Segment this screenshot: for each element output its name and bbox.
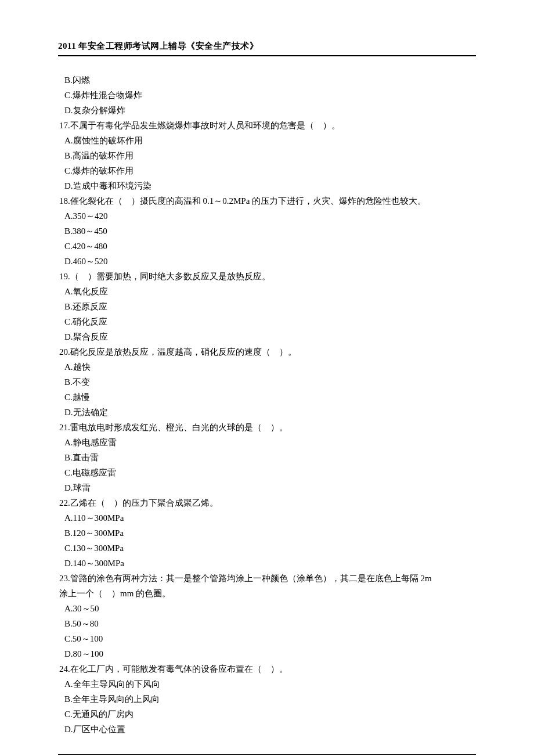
document-page: 2011 年安全工程师考试网上辅导《安全生产技术》 B.闪燃C.爆炸性混合物爆炸…: [0, 0, 534, 756]
option-line: C.越慢: [58, 390, 476, 405]
option-line: D.球雷: [58, 480, 476, 495]
option-line: C.硝化反应: [58, 314, 476, 329]
option-line: D.厂区中心位置: [58, 722, 476, 737]
option-line: A.越快: [58, 359, 476, 375]
option-line: D.无法确定: [58, 405, 476, 420]
option-line: C.电磁感应雷: [58, 465, 476, 480]
option-line: D.80～100: [58, 646, 476, 661]
option-line: A.氧化反应: [58, 284, 476, 299]
option-line: B.还原反应: [58, 299, 476, 314]
page-header: 2011 年安全工程师考试网上辅导《安全生产技术》: [58, 41, 476, 56]
question-line: 涂上一个（ ）mm 的色圈。: [58, 586, 476, 601]
option-line: D.复杂分解爆炸: [58, 103, 476, 118]
question-line: 18.催化裂化在（ ）摄氏度的高温和 0.1～0.2MPa 的压力下进行，火灾、…: [58, 193, 476, 208]
option-line: B.50～80: [58, 616, 476, 631]
option-line: B.闪燃: [58, 73, 476, 88]
option-line: D.聚合反应: [58, 329, 476, 344]
question-line: 17.不属于有毒化学品发生燃烧爆炸事故时对人员和环境的危害是（ ）。: [58, 118, 476, 133]
option-line: C.420～480: [58, 239, 476, 254]
question-content: B.闪燃C.爆炸性混合物爆炸D.复杂分解爆炸17.不属于有毒化学品发生燃烧爆炸事…: [58, 73, 476, 737]
option-line: B.不变: [58, 375, 476, 390]
option-line: B.全年主导风向的上风向: [58, 692, 476, 707]
option-line: B.380～450: [58, 224, 476, 239]
option-line: D.140～300MPa: [58, 556, 476, 571]
option-line: C.50～100: [58, 631, 476, 646]
option-line: D.460～520: [58, 254, 476, 269]
option-line: C.爆炸的破坏作用: [58, 163, 476, 178]
option-line: A.静电感应雷: [58, 435, 476, 450]
question-line: 23.管路的涂色有两种方法：其一是整个管路均涂上一种颜色（涂单色），其二是在底色…: [58, 571, 476, 586]
option-line: B.高温的破坏作用: [58, 148, 476, 163]
option-line: A.全年主导风向的下风向: [58, 676, 476, 692]
question-line: 19.（ ）需要加热，同时绝大多数反应又是放热反应。: [58, 269, 476, 284]
option-line: A.350～420: [58, 208, 476, 224]
question-line: 21.雷电放电时形成发红光、橙光、白光的火球的是（ ）。: [58, 420, 476, 435]
option-line: B.120～300MPa: [58, 525, 476, 541]
option-line: C.爆炸性混合物爆炸: [58, 88, 476, 103]
option-line: C.130～300MPa: [58, 541, 476, 556]
question-line: 24.在化工厂内，可能散发有毒气体的设备应布置在（ ）。: [58, 661, 476, 676]
option-line: C.无通风的厂房内: [58, 707, 476, 722]
option-line: D.造成中毒和环境污染: [58, 178, 476, 193]
question-line: 22.乙烯在（ ）的压力下聚合成聚乙烯。: [58, 495, 476, 510]
option-line: B.直击雷: [58, 450, 476, 465]
option-line: A.30～50: [58, 601, 476, 616]
option-line: A.腐蚀性的破坏作用: [58, 133, 476, 148]
option-line: A.110～300MPa: [58, 510, 476, 525]
question-line: 20.硝化反应是放热反应，温度越高，硝化反应的速度（ ）。: [58, 344, 476, 359]
